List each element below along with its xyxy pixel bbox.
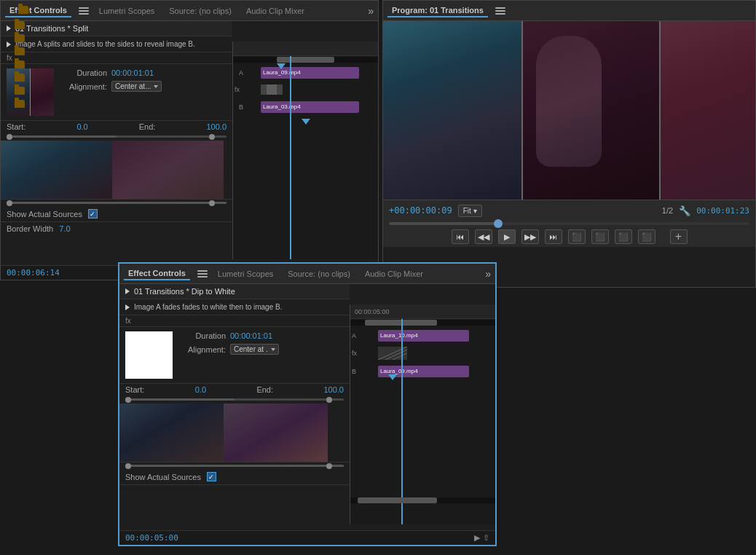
ec2-slider-thumb-left[interactable] [125,397,131,403]
tab-effect-controls-2[interactable]: Effect Controls [124,267,190,280]
tab-audio-2[interactable]: Audio Clip Mixer [361,268,428,280]
ec2-expand[interactable]: » [485,268,491,280]
ec1-slider-thumb-right[interactable] [209,134,215,140]
btn-extract[interactable]: ⬛ [591,229,609,244]
btn-step-fwd[interactable]: ▶▶ [521,229,539,244]
tab-source-2[interactable]: Source: (no clips) [283,268,355,280]
ec1-clip-a-label: A [235,69,248,76]
ec1-thumb-1 [1,141,112,199]
vt-folder-slide [15,74,25,82]
ec2-duration-value[interactable]: 00:00:01:01 [230,331,272,340]
ec1-tl-expand-up [302,119,310,125]
ec1-clip-b[interactable]: Laura_03.mp4 [261,101,359,113]
ec1-slider-2-left[interactable] [7,200,12,206]
ec1-show-sources-row: Show Actual Sources ✓ [1,206,232,222]
ec2-end-value[interactable]: 100.0 [323,385,344,394]
tab-audio-1[interactable]: Audio Clip Mixer [242,5,309,17]
ec1-duration-label: Duration [60,68,107,77]
ec1-alignment-label: Alignment: [60,82,107,91]
lift-icon: ⬛ [618,232,629,242]
ec1-start-label: Start: [7,122,25,131]
ec1-content: 01 Transitions * Split Image A splits an… [1,21,378,280]
tab-effect-controls-1[interactable]: Effect Controls [5,4,71,17]
ec1-desc-arrow[interactable] [7,42,11,47]
ec2-desc-arrow[interactable] [125,304,130,310]
program-tc-row: +00:00:00:09 Fit ▾ 1/2 🔧 00:00:01:23 [383,200,755,221]
ec1-timecode: 00:00:06:14 [7,268,60,278]
ec1-collapse-arrow[interactable] [7,25,11,31]
ec1-menu-icon[interactable] [79,7,89,15]
ec2-main-controls: Duration 00:00:01:01 Alignment: Center a… [119,327,350,384]
ec2-scroll-thumb[interactable] [358,497,437,503]
quality-label: 1/2 [662,206,673,215]
ec2-clip-a[interactable]: Laura_10.mp4 [378,330,469,342]
ec1-expand[interactable]: » [368,5,374,17]
ec2-collapse-arrow[interactable] [125,288,130,294]
ec2-slider-2-right[interactable] [326,463,332,469]
fit-dropdown[interactable]: Fit ▾ [458,205,482,217]
marker-icon: ⬛ [572,232,582,242]
ec2-clip-a-text: Laura_10.mp4 [380,332,418,339]
ec2-duration-row: Duration 00:00:01:01 [178,331,344,340]
scrub-thumb[interactable] [494,219,503,228]
ec2-start-value[interactable]: 0.0 [195,385,206,394]
transport-row: ⏮ ◀◀ ▶ ▶▶ ⏭ ⬛ ⬛ ⬛ ⬛ [383,227,755,247]
btn-lift[interactable]: ⬛ [615,229,632,244]
ec2-tl-scroll-top[interactable] [350,320,495,326]
video-panel-left [383,21,521,200]
tab-lumetri-1[interactable]: Lumetri Scopes [95,5,159,17]
ec2-scroll-track[interactable] [350,497,495,503]
ec2-timecode: 00:00:05:00 [125,533,178,543]
btn-add-marker[interactable]: ⬛ [568,229,586,244]
export-icon: ⬛ [642,232,652,242]
ec1-left: 01 Transitions * Split Image A splits an… [1,21,232,280]
ec1-slider-thumb-left[interactable] [7,134,12,140]
btn-step-back-more[interactable]: ⏮ [452,229,469,244]
ec2-show-sources-row: Show Actual Sources ✓ [119,469,350,485]
ec2-slider-thumb-right[interactable] [326,397,332,403]
ec1-alignment-dropdown[interactable]: Center at... [111,81,162,92]
ec1-tl-scroll-top[interactable] [233,57,378,63]
ec1-clip-b-text: Laura_03.mp4 [263,103,301,110]
ec1-duration-value[interactable]: 00:00:01:01 [111,68,154,77]
ec2-thumb-1 [119,404,224,462]
tab-program[interactable]: Program: 01 Transitions [387,4,488,17]
fit-label: Fit [463,207,471,215]
ec1-show-sources-checkbox[interactable]: ✓ [88,209,98,219]
ec1-tl-scrollbar[interactable] [277,57,335,63]
ec1-slider-2[interactable] [1,200,232,206]
ec1-fx-row: fx [233,82,378,98]
ec2-play-btn[interactable]: ▶ [474,533,480,543]
ec2-show-sources-checkbox[interactable]: ✓ [207,472,216,481]
ec2-clip-a-label: A [352,332,356,339]
ec2-slider[interactable] [119,395,350,404]
vt-folder-page-peel [15,60,25,68]
btn-step-fwd-more[interactable]: ⏭ [545,229,562,244]
ec1-clip-a[interactable]: Laura_09.mp4 [261,67,359,79]
ec2-alignment-dropdown[interactable]: Center at . [230,344,279,355]
ec1-start-value[interactable]: 0.0 [76,122,87,131]
btn-export[interactable]: ⬛ [638,229,655,244]
ec2-export-btn[interactable]: ⇧ [483,533,489,543]
ec2-tl-scroll-bottom[interactable] [350,497,495,504]
ec2-slider-2-left[interactable] [125,463,131,469]
ec2-menu-icon[interactable] [197,270,208,278]
tab-lumetri-2[interactable]: Lumetri Scopes [213,268,277,280]
program-menu-icon[interactable] [495,7,505,15]
tab-source-1[interactable]: Source: (no clips) [165,5,236,17]
btn-play[interactable]: ▶ [498,229,516,244]
program-header: Program: 01 Transitions [383,1,755,21]
ec2-tl-scrollbar[interactable] [365,320,438,326]
ec1-slider-2-right[interactable] [209,200,215,206]
ec1-dropdown-arrow [154,85,158,88]
program-scrubber[interactable] [383,221,755,227]
extract-icon: ⬛ [595,232,605,242]
btn-more-settings[interactable]: + [670,229,688,244]
ec2-slider-2[interactable] [119,462,350,469]
ec1-border-width-value[interactable]: 7.0 [59,224,70,233]
ec1-slider[interactable] [1,133,232,141]
settings-icon[interactable]: 🔧 [679,205,690,216]
btn-step-back[interactable]: ◀◀ [475,229,492,244]
ec1-clip-a-row: A Laura_09.mp4 [233,63,378,82]
ec1-end-value[interactable]: 100.0 [206,122,227,131]
